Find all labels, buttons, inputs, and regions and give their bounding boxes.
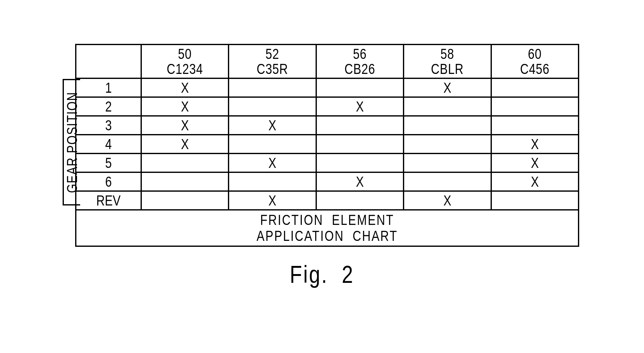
row-5-col-0	[141, 172, 229, 191]
row-3-col-3	[404, 135, 491, 153]
table-title-line2: APPLICATION CHART	[257, 228, 398, 244]
row-1-col-1	[229, 97, 316, 116]
row-1-label: 2	[76, 97, 141, 116]
header-col-0-num: 50	[178, 46, 192, 61]
header-col-2: 56 CB26	[316, 44, 404, 78]
table-row: REV X X	[76, 191, 579, 210]
row-6-col-4	[491, 191, 579, 210]
row-5-col-1	[229, 172, 316, 191]
row-3-label: 4	[76, 135, 141, 153]
table-row: 3 X X	[76, 116, 579, 135]
table-title-cell: FRICTION ELEMENT APPLICATION CHART	[76, 210, 579, 246]
row-1-col-3	[404, 97, 491, 116]
row-0-col-0: X	[141, 78, 229, 97]
figure-caption: Fig. 2	[0, 260, 644, 288]
table-row: 2 X X	[76, 97, 579, 116]
header-col-1-code: C35R	[257, 61, 288, 76]
header-col-2-num: 56	[353, 46, 367, 61]
row-6-col-0	[141, 191, 229, 210]
row-6-col-1: X	[229, 191, 316, 210]
row-5-col-2: X	[316, 172, 404, 191]
row-5-label: 6	[76, 172, 141, 191]
table-row: 5 X X	[76, 153, 579, 172]
row-0-col-1	[229, 78, 316, 97]
friction-element-table: 50 C1234 52 C35R 56 CB26	[75, 44, 579, 247]
row-2-col-1: X	[229, 116, 316, 135]
header-col-3: 58 CBLR	[404, 44, 491, 78]
header-col-4-num: 60	[528, 46, 542, 61]
row-0-col-3: X	[404, 78, 491, 97]
row-4-col-1: X	[229, 153, 316, 172]
table-header-row: 50 C1234 52 C35R 56 CB26	[76, 44, 579, 78]
row-1-col-4	[491, 97, 579, 116]
header-col-1-num: 52	[265, 46, 279, 61]
row-2-col-0: X	[141, 116, 229, 135]
header-col-1: 52 C35R	[229, 44, 316, 78]
header-col-0: 50 C1234	[141, 44, 229, 78]
row-6-label: REV	[76, 191, 141, 210]
row-1-col-0: X	[141, 97, 229, 116]
header-blank	[76, 44, 141, 78]
row-3-col-0: X	[141, 135, 229, 153]
row-6-col-2	[316, 191, 404, 210]
row-3-col-4: X	[491, 135, 579, 153]
row-4-label: 5	[76, 153, 141, 172]
row-2-col-2	[316, 116, 404, 135]
header-col-3-num: 58	[440, 46, 454, 61]
row-4-col-0	[141, 153, 229, 172]
row-0-label: 1	[76, 78, 141, 97]
table-row: 4 X X	[76, 135, 579, 153]
table-container: 50 C1234 52 C35R 56 CB26	[75, 44, 579, 247]
header-col-2-code: CB26	[344, 61, 375, 76]
row-3-col-2	[316, 135, 404, 153]
row-6-col-3: X	[404, 191, 491, 210]
page: GEAR POSITION 50 C1234	[0, 0, 644, 353]
row-4-col-4: X	[491, 153, 579, 172]
row-2-label: 3	[76, 116, 141, 135]
row-4-col-2	[316, 153, 404, 172]
row-1-col-2: X	[316, 97, 404, 116]
row-0-col-2	[316, 78, 404, 97]
row-5-col-4: X	[491, 172, 579, 191]
row-2-col-4	[491, 116, 579, 135]
header-col-0-code: C1234	[167, 61, 203, 76]
row-4-col-3	[404, 153, 491, 172]
table-title-row: FRICTION ELEMENT APPLICATION CHART	[76, 210, 579, 246]
table-title-line1: FRICTION ELEMENT	[260, 212, 394, 228]
row-3-col-1	[229, 135, 316, 153]
header-col-3-code: CBLR	[431, 61, 464, 76]
row-2-col-3	[404, 116, 491, 135]
header-col-4-code: C456	[520, 61, 549, 76]
table-row: 6 X X	[76, 172, 579, 191]
table-row: 1 X X	[76, 78, 579, 97]
row-5-col-3	[404, 172, 491, 191]
header-col-4: 60 C456	[491, 44, 579, 78]
row-0-col-4	[491, 78, 579, 97]
